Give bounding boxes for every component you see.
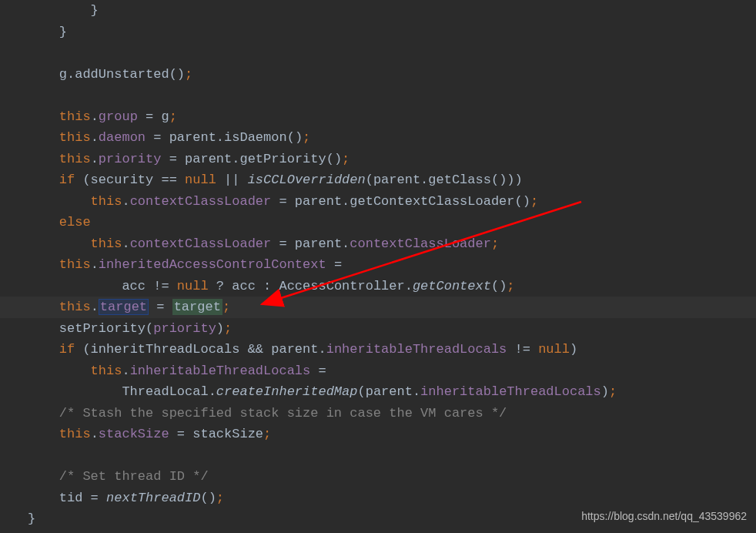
code-line: if (security == null || isCCLOverridden(… [0, 169, 756, 191]
code-line-highlighted: this.target = target; [0, 297, 756, 318]
code-line: /* Set thread ID */ [0, 466, 756, 488]
code-line [0, 85, 756, 106]
code-line: acc != null ? acc : AccessController.get… [0, 276, 756, 297]
code-line: /* Stash the specified stack size in cas… [0, 403, 756, 424]
code-line: this.contextClassLoader = parent.context… [0, 233, 756, 255]
code-line: ThreadLocal.createInheritedMap(parent.in… [0, 381, 756, 403]
code-line: this.group = g; [0, 106, 756, 128]
code-line: this.daemon = parent.isDaemon(); [0, 127, 756, 149]
code-line: this.priority = parent.getPriority(); [0, 149, 756, 170]
code-editor[interactable]: } } g.addUnstarted(); this.group = g; th… [0, 0, 756, 530]
code-line: else [0, 212, 756, 233]
code-line: this.inheritableThreadLocals = [0, 360, 756, 382]
code-line: g.addUnstarted(); [0, 64, 756, 85]
code-line: setPriority(priority); [0, 318, 756, 340]
code-line: if (inheritThreadLocals && parent.inheri… [0, 339, 756, 360]
code-line [0, 42, 756, 64]
code-line [0, 445, 756, 467]
code-line: } [0, 22, 756, 43]
code-line: this.inheritedAccessControlContext = [0, 254, 756, 276]
code-line: this.stackSize = stackSize; [0, 424, 756, 445]
watermark: https://blog.csdn.net/qq_43539962 [581, 506, 747, 528]
highlight-target-param: target [172, 299, 222, 315]
code-line: this.contextClassLoader = parent.getCont… [0, 191, 756, 213]
code-line: } [0, 0, 756, 22]
highlight-target-field: target [99, 299, 149, 315]
